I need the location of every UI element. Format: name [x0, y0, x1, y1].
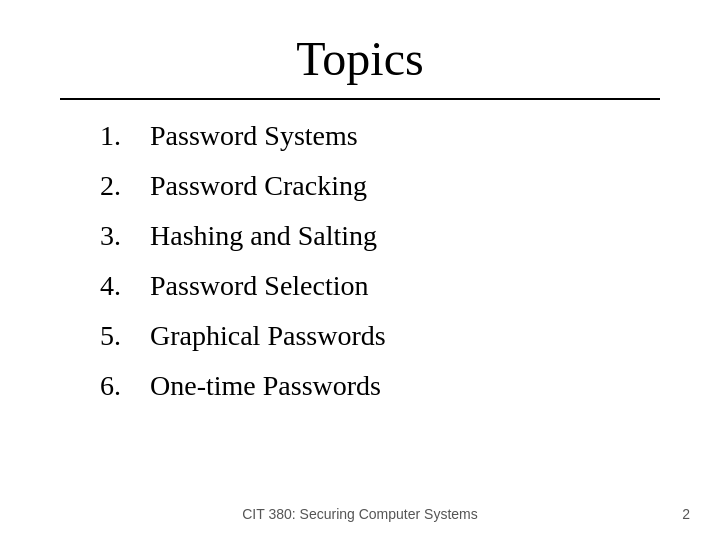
list-item-number: 6.	[100, 370, 150, 402]
list-item: 5.Graphical Passwords	[100, 320, 660, 352]
list-item: 3.Hashing and Salting	[100, 220, 660, 252]
list-item-number: 2.	[100, 170, 150, 202]
footer-course: CIT 380: Securing Computer Systems	[60, 506, 660, 522]
list-item-number: 5.	[100, 320, 150, 352]
topics-list: 1.Password Systems2.Password Cracking3.H…	[100, 120, 660, 402]
title-section: Topics	[60, 30, 660, 88]
slide-footer: CIT 380: Securing Computer Systems 2	[0, 506, 720, 522]
footer-page: 2	[682, 506, 690, 522]
list-item-text: Hashing and Salting	[150, 220, 377, 252]
list-item: 1.Password Systems	[100, 120, 660, 152]
list-item-text: Password Cracking	[150, 170, 367, 202]
list-item: 4.Password Selection	[100, 270, 660, 302]
slide-title: Topics	[60, 30, 660, 88]
list-item-number: 3.	[100, 220, 150, 252]
list-item: 2.Password Cracking	[100, 170, 660, 202]
list-item-text: Graphical Passwords	[150, 320, 386, 352]
slide: Topics 1.Password Systems2.Password Crac…	[0, 0, 720, 540]
list-item-number: 4.	[100, 270, 150, 302]
list-item-text: Password Systems	[150, 120, 358, 152]
list-item-text: One-time Passwords	[150, 370, 381, 402]
list-item-text: Password Selection	[150, 270, 369, 302]
list-item: 6.One-time Passwords	[100, 370, 660, 402]
title-divider	[60, 98, 660, 100]
list-item-number: 1.	[100, 120, 150, 152]
